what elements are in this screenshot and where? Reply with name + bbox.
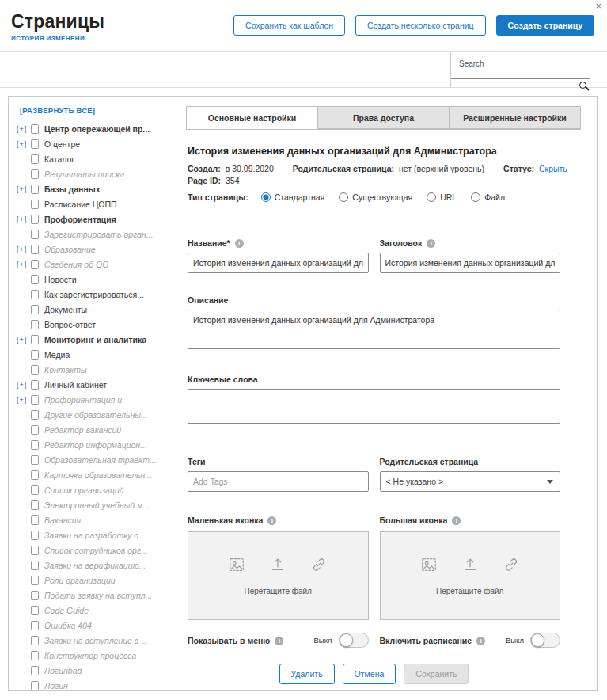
parent-page-select[interactable]: < Не указано >	[380, 471, 561, 492]
create-page-button[interactable]: Создать страницу	[496, 15, 594, 36]
tree-item-label[interactable]: Вакансия	[44, 515, 81, 525]
tree-item[interactable]: Code Guide	[17, 603, 175, 618]
description-textarea[interactable]: История изменения данных организаций для…	[188, 310, 560, 349]
tree-item-label[interactable]: Редактор вакансий	[44, 425, 121, 435]
radio-input[interactable]	[339, 192, 348, 202]
tree-item-label[interactable]: Профориентация	[44, 215, 116, 224]
tree-item[interactable]: [+]Базы данных	[17, 181, 175, 196]
tree-item[interactable]: Образовательная траект...	[17, 452, 175, 467]
tree-item-label[interactable]: Мониторинг и аналитика	[44, 335, 146, 344]
page-type-radio-2[interactable]: URL	[427, 192, 457, 202]
tree-item[interactable]: Результаты поиска	[17, 166, 175, 181]
tree-item-label[interactable]: Логинbad	[44, 666, 82, 675]
tree-item[interactable]: Подать заявку на вступл...	[17, 588, 175, 603]
tree-item-label[interactable]: Роли организации	[44, 576, 116, 585]
small-icon-dropzone[interactable]: Перетащите файл	[188, 531, 369, 620]
expand-toggle-icon[interactable]: [+]	[17, 396, 31, 404]
tree-item[interactable]: [+]Личный кабинет	[17, 377, 175, 392]
tree-item-label[interactable]: Как зарегистрироваться...	[44, 290, 144, 299]
expand-toggle-icon[interactable]: [+]	[17, 215, 31, 223]
tree-item-label[interactable]: Заявки на верификацию...	[44, 561, 146, 570]
link-icon[interactable]	[503, 556, 520, 575]
image-icon[interactable]	[420, 556, 438, 575]
tree-item[interactable]: Заявки на верификацию...	[17, 557, 175, 573]
tab-advanced-settings[interactable]: Расширенные настройки	[450, 107, 580, 129]
enable-schedule-toggle[interactable]	[530, 633, 560, 648]
tree-item-label[interactable]: Список сотрудников орг...	[44, 546, 148, 555]
tree-item-label[interactable]: Личный кабинет	[44, 380, 107, 390]
tree-item-label[interactable]: Список организаций	[44, 485, 124, 495]
radio-input[interactable]	[427, 192, 436, 202]
tree-item-label[interactable]: Сведения об ОО	[44, 260, 108, 269]
tree-item-label[interactable]: Расписание ЦОПП	[44, 200, 117, 209]
tree-item[interactable]: Роли организации	[17, 573, 175, 588]
tree-item[interactable]: [+]Центр опережающей пр...	[17, 121, 175, 136]
tree-item[interactable]: Редактор информацион...	[17, 437, 175, 452]
tree-item[interactable]: [+]Профориентация и	[17, 392, 175, 407]
tree-item-label[interactable]: Каталог	[44, 154, 74, 164]
tree-item-label[interactable]: Медиа	[44, 350, 70, 360]
tree-item[interactable]: Заявки на вступление в ...	[17, 633, 175, 648]
tree-item-label[interactable]: Базы данных	[44, 185, 101, 194]
tree-item[interactable]: Конструктор процесса	[17, 648, 175, 663]
tree-item[interactable]: Список организаций	[17, 482, 175, 497]
tree-item-label[interactable]: Образование	[44, 245, 96, 254]
search-icon[interactable]	[579, 82, 586, 89]
status-value-link[interactable]: Скрыть	[539, 164, 567, 173]
radio-input[interactable]	[261, 192, 271, 202]
image-icon[interactable]	[228, 556, 245, 575]
delete-button[interactable]: Удалить	[279, 664, 335, 684]
tree-item-label[interactable]: Зарегистрировать орган...	[44, 230, 154, 239]
title-input[interactable]	[380, 253, 561, 273]
tree-item[interactable]: Логин	[17, 678, 175, 690]
create-multiple-pages-button[interactable]: Создать несколько страниц	[355, 15, 486, 36]
tree-item-label[interactable]: Электронный учебный м...	[44, 500, 150, 510]
tree-item[interactable]: [+]Профориентация	[17, 211, 175, 226]
tree-item[interactable]: Заявки на разработку о...	[17, 527, 175, 542]
tree-item-label[interactable]: Редактор информацион...	[44, 440, 147, 450]
tree-item[interactable]: Электронный учебный м...	[17, 497, 175, 512]
expand-toggle-icon[interactable]: [+]	[17, 245, 31, 253]
tree-item[interactable]: [+]О центре	[17, 136, 175, 151]
tree-item[interactable]: Зарегистрировать орган...	[17, 226, 175, 242]
tree-item-label[interactable]: Ошибка 404	[44, 621, 92, 630]
tree-item-label[interactable]: Логин	[44, 681, 68, 690]
close-icon[interactable]: ×	[595, 1, 601, 11]
tree-item[interactable]: Каталог	[17, 151, 175, 166]
tree-item-label[interactable]: Центр опережающей пр...	[44, 124, 150, 134]
tree-item[interactable]: [+]Мониторинг и аналитика	[17, 332, 175, 347]
tree-item-label[interactable]: Заявки на вступление в ...	[44, 636, 148, 645]
tree-item-label[interactable]: Заявки на разработку о...	[44, 531, 146, 540]
big-icon-dropzone[interactable]: Перетащите файл	[380, 531, 561, 620]
tree-item[interactable]: Как зарегистрироваться...	[17, 287, 175, 302]
tree-item[interactable]: [+]Образование	[17, 242, 175, 257]
name-input[interactable]	[188, 253, 369, 273]
tree-item-label[interactable]: Code Guide	[44, 606, 89, 615]
tree-item-label[interactable]: Новости	[44, 275, 77, 284]
page-type-radio-1[interactable]: Существующая	[339, 192, 412, 202]
tab-main-settings[interactable]: Основные настройки	[187, 107, 318, 129]
radio-input[interactable]	[471, 192, 480, 202]
tree-item-label[interactable]: Образовательная траект...	[44, 455, 157, 465]
keywords-textarea[interactable]	[188, 389, 560, 424]
expand-toggle-icon[interactable]: [+]	[17, 140, 31, 148]
expand-toggle-icon[interactable]: [+]	[17, 381, 31, 389]
tree-item[interactable]: Документы	[17, 302, 175, 317]
tree-item[interactable]: Медиа	[17, 347, 175, 362]
tree-item[interactable]: Вопрос-ответ	[17, 317, 175, 332]
tree-item[interactable]: Контакты	[17, 362, 175, 377]
cancel-button[interactable]: Отмена	[343, 664, 396, 684]
tree-item-label[interactable]: Конструктор процесса	[44, 651, 136, 660]
tree-item[interactable]: Редактор вакансий	[17, 422, 175, 437]
search-input[interactable]: Search	[450, 52, 590, 87]
tree-item-label[interactable]: Контакты	[44, 365, 87, 375]
tree-item-label[interactable]: Другие образовательны...	[44, 410, 148, 420]
expand-toggle-icon[interactable]: [+]	[17, 185, 31, 193]
tree-item-label[interactable]: Профориентация и	[44, 395, 122, 405]
save-button[interactable]: Сохранить	[404, 664, 469, 684]
expand-all-link[interactable]: [РАЗВЕРНУТЬ ВСЕ]	[20, 106, 95, 115]
expand-toggle-icon[interactable]: [+]	[17, 336, 31, 344]
upload-icon[interactable]	[269, 556, 286, 575]
tree-item-label[interactable]: Вопрос-ответ	[44, 320, 96, 329]
page-type-radio-3[interactable]: Файл	[471, 192, 505, 202]
